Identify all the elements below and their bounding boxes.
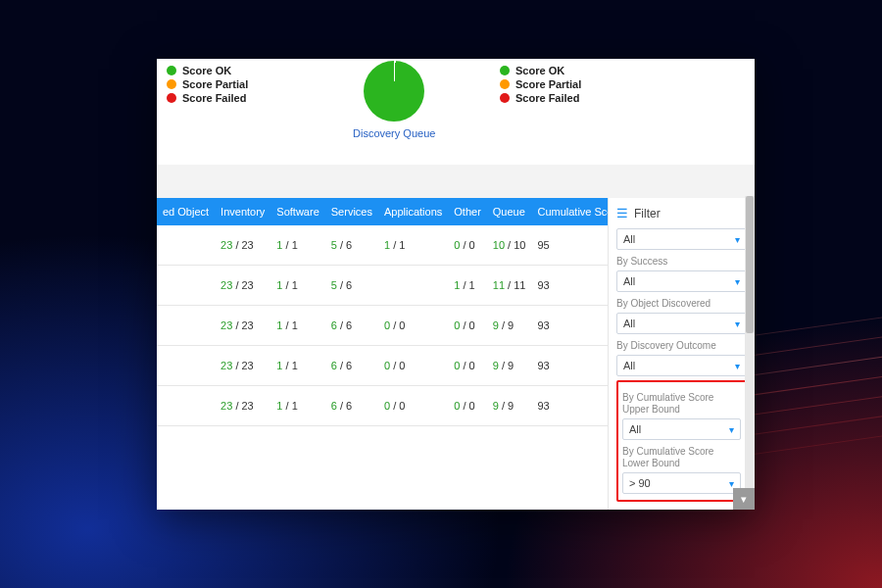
cell-software: 1 / 1 [270,386,324,426]
legend-label: Score Partial [182,78,248,90]
cell-applications: 1 / 1 [378,225,448,266]
cell-queue: 11 / 11 [487,266,532,306]
filter-header: ☰ Filter [616,206,747,220]
legend-label: Score Failed [182,92,246,104]
filter-select-top[interactable]: All ▾ [616,228,747,250]
main-area: ed Object Inventory Software Services Ap… [157,198,755,510]
cell-services: 6 / 6 [325,306,378,346]
filter-value: All [623,318,635,329]
pie-chart-wrap: Discovery Queue [353,61,435,139]
table-row[interactable]: 23 / 231 / 16 / 60 / 00 / 09 / 993 [157,346,608,386]
cell-services: 6 / 6 [325,386,378,426]
cell-other: 0 / 0 [448,225,487,266]
dot-icon [167,79,176,89]
cell-object [157,306,215,346]
cell-applications: 0 / 0 [378,346,448,386]
legend-item-failed: Score Failed [500,92,581,104]
filter-select-upper[interactable]: All ▾ [622,418,741,440]
cell-cumulative: 93 [531,306,608,346]
dot-icon [500,79,510,89]
col-services[interactable]: Services [325,198,378,225]
cell-cumulative: 93 [531,386,608,426]
filter-label-objdisc: By Object Discovered [616,298,747,310]
cell-applications: 0 / 0 [378,386,448,426]
table-row[interactable]: 23 / 231 / 16 / 60 / 00 / 09 / 993 [157,306,608,346]
dot-icon [167,93,176,103]
filter-select-lower[interactable]: > 90 ▾ [622,472,741,494]
cell-inventory: 23 / 23 [215,346,270,386]
table-row[interactable]: 23 / 231 / 16 / 60 / 00 / 09 / 993 [157,386,608,426]
filter-title-text: Filter [634,207,661,220]
table-row[interactable]: 23 / 231 / 15 / 61 / 10 / 010 / 1095 [157,225,608,266]
chevron-down-icon: ▾ [735,361,740,371]
cell-queue: 10 / 10 [487,225,532,266]
results-table-wrap: ed Object Inventory Software Services Ap… [157,198,608,510]
cell-other: 0 / 0 [448,346,487,386]
col-object[interactable]: ed Object [157,198,215,225]
cell-software: 1 / 1 [270,346,324,386]
cell-inventory: 23 / 23 [215,225,270,266]
filter-value: > 90 [629,477,651,489]
results-table: ed Object Inventory Software Services Ap… [157,198,608,426]
scrollbar-thumb[interactable] [746,196,754,333]
col-software[interactable]: Software [270,198,324,225]
chevron-down-icon: ▾ [729,478,734,489]
filter-value: All [623,360,635,371]
col-applications[interactable]: Applications [378,198,448,225]
cell-object [157,225,215,266]
filter-select-success[interactable]: All ▾ [616,270,747,292]
cell-queue: 9 / 9 [487,306,532,346]
cell-object [157,266,215,306]
filter-icon: ☰ [616,206,628,220]
legend-left: Score OK Score Partial Score Failed [167,65,248,155]
pie-caption[interactable]: Discovery Queue [353,127,435,139]
chevron-down-icon: ▾ [729,424,734,435]
filter-label-success: By Success [616,256,747,268]
cell-inventory: 23 / 23 [215,386,270,426]
legend-item-ok: Score OK [500,65,581,76]
dot-icon [500,93,510,103]
cell-software: 1 / 1 [270,225,324,266]
legend-item-partial: Score Partial [500,78,581,90]
filter-value: All [629,423,641,435]
col-other[interactable]: Other [448,198,487,225]
filter-select-outcome[interactable]: All ▾ [616,355,747,376]
scroll-down-button[interactable]: ▾ [733,488,755,510]
filter-label-lower: By Cumulative Score Lower Bound [622,446,741,469]
cell-services: 5 / 6 [325,225,378,266]
cell-services: 5 / 6 [325,266,378,306]
cell-queue: 9 / 9 [487,386,532,426]
legend-label: Score Failed [515,92,579,104]
cumulative-score-filters-highlight: By Cumulative Score Upper Bound All ▾ By… [616,380,747,502]
filter-label-upper: By Cumulative Score Upper Bound [622,392,741,416]
cell-applications [378,266,448,306]
filter-value: All [623,275,635,287]
legend-label: Score OK [182,65,231,76]
cell-inventory: 23 / 23 [215,306,270,346]
col-queue[interactable]: Queue [487,198,532,225]
summary-card: Score OK Score Partial Score Failed Disc… [157,59,755,165]
filter-value: All [623,233,635,245]
cell-other: 0 / 0 [448,386,487,426]
col-inventory[interactable]: Inventory [215,198,270,225]
col-cumulative[interactable]: Cumulative Score [531,198,608,225]
cell-applications: 0 / 0 [378,306,448,346]
chevron-down-icon: ▾ [735,234,740,245]
legend-label: Score Partial [515,78,581,90]
cell-inventory: 23 / 23 [215,266,270,306]
cell-software: 1 / 1 [270,306,324,346]
legend-item-failed: Score Failed [167,92,248,104]
chevron-down-icon: ▾ [735,318,740,329]
scrollbar-track[interactable] [745,196,755,510]
app-window: Score OK Score Partial Score Failed Disc… [157,59,755,510]
cell-queue: 9 / 9 [487,346,532,386]
chevron-down-icon: ▾ [735,276,740,287]
pie-chart[interactable] [364,61,424,122]
table-header-row: ed Object Inventory Software Services Ap… [157,198,608,225]
filter-panel: ☰ Filter All ▾ By Success All ▾ By Objec… [608,198,755,510]
legend-label: Score OK [515,65,564,76]
filter-label-outcome: By Discovery Outcome [616,340,747,352]
filter-select-objdisc[interactable]: All ▾ [616,313,747,334]
table-row[interactable]: 23 / 231 / 15 / 61 / 111 / 1193 [157,266,608,306]
cell-cumulative: 95 [531,225,608,266]
